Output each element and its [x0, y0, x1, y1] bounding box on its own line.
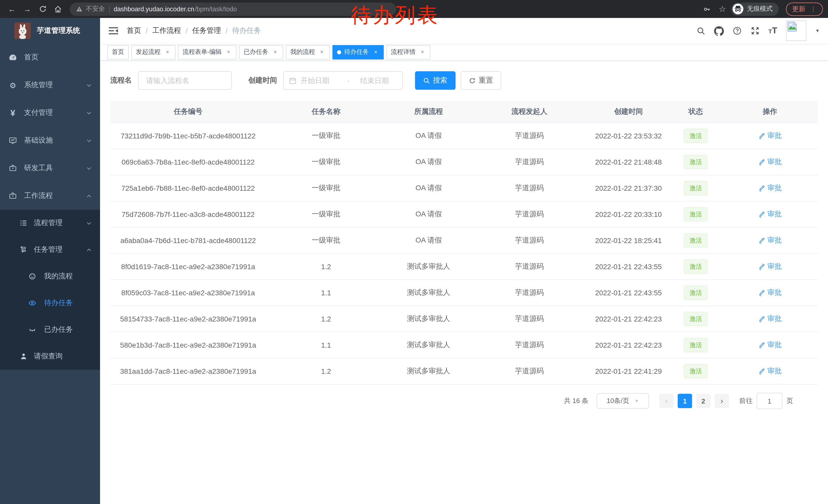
fullscreen-icon[interactable] [750, 26, 760, 35]
search-icon[interactable] [697, 27, 705, 35]
table-row: 8f059c03-7ac8-11ec-a9e2-a2380e71991a1.1测… [110, 280, 818, 306]
cell-status: 激活 [669, 175, 722, 201]
sidebar-item-leave-query[interactable]: 请假查询 [0, 343, 100, 370]
approve-link[interactable]: 审批 [758, 288, 782, 297]
cell-task-name: 1.1 [266, 280, 386, 306]
page-button-2[interactable]: 2 [696, 394, 710, 408]
approve-link[interactable]: 审批 [758, 157, 782, 166]
filter-form: 流程名 创建时间 - 搜索 [110, 71, 818, 90]
cell-action: 审批 [722, 149, 818, 175]
cell-action: 审批 [722, 123, 818, 149]
tab-home[interactable]: 首页 [107, 45, 129, 59]
sidebar-collapse-icon[interactable] [108, 26, 119, 36]
approve-link[interactable]: 审批 [758, 262, 782, 271]
col-starter: 流程发起人 [471, 101, 588, 123]
approve-link[interactable]: 审批 [758, 183, 782, 192]
end-date-input[interactable] [359, 76, 397, 85]
sidebar-item-devtools[interactable]: 研发工具 [0, 154, 100, 182]
chevron-down-icon [86, 82, 92, 88]
forward-icon[interactable]: → [20, 5, 34, 13]
sidebar-logo[interactable]: 芋道管理系统 [0, 18, 100, 44]
cell-status: 激活 [669, 254, 722, 280]
home-icon[interactable] [51, 5, 65, 13]
avatar-caret-icon[interactable]: ▼ [815, 29, 820, 33]
search-button[interactable]: 搜索 [415, 71, 456, 90]
breadcrumb-item[interactable]: 首页 [127, 26, 141, 35]
cell-starter: 芋道源码 [471, 280, 588, 306]
help-icon[interactable] [733, 26, 742, 35]
start-date-input[interactable] [300, 76, 338, 85]
back-icon[interactable]: ← [5, 5, 18, 13]
tab-todo-tasks[interactable]: 待办任务 × [332, 45, 384, 59]
gear-icon: ⚙ [9, 81, 17, 89]
approve-link[interactable]: 审批 [758, 236, 782, 245]
edit-pencil-icon [758, 184, 765, 191]
approve-link[interactable]: 审批 [758, 366, 782, 375]
process-name-label: 流程名 [110, 76, 132, 85]
page-button-1[interactable]: 1 [678, 394, 692, 408]
yen-icon: ¥ [9, 109, 17, 117]
cell-process: OA 请假 [386, 175, 471, 201]
approve-link[interactable]: 审批 [758, 210, 782, 219]
reset-button[interactable]: 重置 [461, 71, 501, 90]
goto-page-input[interactable] [757, 393, 782, 409]
approve-link[interactable]: 审批 [758, 314, 782, 323]
cell-process: OA 请假 [386, 149, 471, 175]
sidebar-item-process-mgmt[interactable]: 流程管理 [0, 210, 100, 236]
update-label: 更新 [792, 4, 805, 13]
tab-form-edit[interactable]: 流程表单-编辑 × [178, 45, 237, 59]
cell-task-name: 一级审批 [266, 149, 386, 175]
sidebar-item-done-tasks[interactable]: 已办任务 [0, 316, 100, 343]
cell-action: 审批 [722, 332, 818, 358]
tab-process-detail[interactable]: 流程详情 × [386, 45, 430, 59]
close-icon[interactable]: × [272, 49, 279, 55]
key-icon[interactable] [700, 5, 714, 13]
close-icon[interactable]: × [319, 49, 325, 55]
date-range-picker[interactable]: - [283, 71, 403, 90]
page-size-select[interactable]: 10条/页 ▼ [596, 393, 649, 409]
approve-link[interactable]: 审批 [758, 340, 782, 350]
font-size-icon[interactable]: TT [769, 26, 777, 36]
table-row: 75d72608-7b7f-11ec-a3c8-acde48001122一级审批… [110, 201, 818, 227]
bookmark-star-icon[interactable]: ☆ [716, 5, 729, 13]
incognito-badge[interactable]: 无痕模式 [731, 2, 779, 16]
security-indicator[interactable]: 不安全 [76, 5, 105, 13]
close-icon[interactable]: × [372, 49, 379, 55]
update-button[interactable]: 更新 ⋮ [786, 2, 823, 16]
cell-status: 激活 [669, 227, 722, 254]
status-badge: 激活 [684, 181, 707, 195]
cell-starter: 芋道源码 [471, 175, 588, 201]
sidebar-item-my-process[interactable]: 我的流程 [0, 263, 100, 290]
reload-icon[interactable] [36, 5, 49, 13]
tab-label: 流程表单-编辑 [182, 48, 222, 56]
close-icon[interactable]: × [419, 49, 426, 55]
sidebar-item-todo-tasks[interactable]: 待办任务 [0, 290, 100, 316]
tab-start-process[interactable]: 发起流程 × [131, 45, 175, 59]
sidebar-item-home[interactable]: 首页 [0, 44, 100, 71]
broken-image-icon [786, 21, 798, 32]
close-icon[interactable]: × [164, 49, 171, 55]
process-name-input[interactable] [138, 71, 232, 90]
screen: ← → 不安全 dashboard.yudao.iocoder.cn/bpm/t… [0, 0, 828, 504]
tab-done-tasks[interactable]: 已办任务 × [239, 45, 283, 59]
avatar[interactable] [786, 20, 806, 41]
next-page-button[interactable]: › [715, 394, 729, 408]
sidebar-item-task-mgmt[interactable]: 任务管理 [0, 236, 100, 263]
cell-status: 激活 [669, 123, 722, 149]
browser-menu-icon[interactable]: ⋮ [810, 6, 817, 12]
prev-page-button[interactable]: ‹ [659, 394, 673, 408]
approve-link[interactable]: 审批 [758, 131, 782, 140]
range-separator: - [341, 77, 356, 85]
sidebar-item-payment[interactable]: ¥ 支付管理 [0, 99, 100, 127]
address-bar[interactable]: 不安全 dashboard.yudao.iocoder.cn/bpm/task/… [70, 2, 396, 16]
pagination-total: 共 16 条 [564, 396, 588, 406]
cell-created: 2022-01-21 22:43:55 [588, 280, 669, 306]
sidebar-item-workflow[interactable]: 工作流程 [0, 182, 100, 210]
github-icon[interactable] [714, 26, 724, 36]
sidebar-item-system[interactable]: ⚙ 系统管理 [0, 71, 100, 99]
close-icon[interactable]: × [225, 49, 232, 55]
breadcrumb-separator: / [146, 27, 148, 35]
tab-my-process[interactable]: 我的流程 × [286, 45, 330, 59]
sidebar-item-infrastructure[interactable]: 基础设施 [0, 127, 100, 154]
chevron-up-icon [86, 193, 92, 199]
